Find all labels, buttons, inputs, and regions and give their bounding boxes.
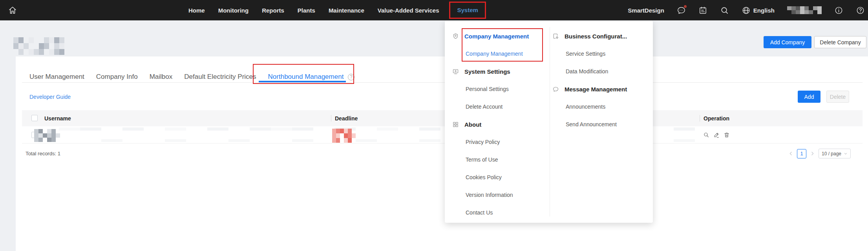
nav-value-added-services[interactable]: Value-Added Services [378,7,439,14]
menu-item-terms-of-use[interactable]: Terms of Use [466,155,498,164]
page-number[interactable]: 1 [797,149,806,158]
menu-label: About [464,121,481,128]
app-root: Home Monitoring Reports Plants Maintenan… [0,0,868,251]
tab-user-management[interactable]: User Management [29,73,84,81]
annotation-box-system-nav: System [449,2,486,19]
add-company-button[interactable]: Add Company [764,36,811,48]
nav-home[interactable]: Home [188,7,205,14]
table-header: Username Deadline Operation [22,110,863,126]
menu-item-company-management[interactable]: Company Management [466,49,523,58]
row-deadline-redacted [332,129,356,143]
next-page-icon[interactable] [810,151,815,156]
tab-mailbox[interactable]: Mailbox [150,73,173,81]
pagination: 1 10 / page [788,149,851,158]
menu-label: Personal Settings [466,86,509,92]
menu-item-send-announcement[interactable]: Send Announcement [566,120,617,129]
smartdesign-link[interactable]: SmartDesign [628,7,664,14]
menu-label: Send Announcement [566,121,617,127]
delete-button[interactable]: Delete [826,91,849,103]
monitor-icon [452,68,459,75]
nav-maintenance[interactable]: Maintenance [329,7,364,14]
menu-label: Business Configurat... [565,33,627,40]
nav-reports[interactable]: Reports [262,7,284,14]
column-header-deadline: Deadline [335,110,358,126]
chevron-down-icon [844,152,848,156]
nav-monitoring[interactable]: Monitoring [218,7,249,14]
total-records: Total records: 1 [26,151,60,156]
menu-label: Delete Account [466,104,503,110]
grid-icon [452,121,459,128]
page-title-redacted [13,37,64,55]
menu-item-delete-account[interactable]: Delete Account [466,102,503,111]
search-icon[interactable] [720,6,729,15]
column-divider [331,115,331,122]
menu-label: Announcements [566,104,605,110]
page-size-value: 10 / page [822,151,841,156]
username-redacted[interactable] [787,6,822,14]
menu-item-privacy-policy[interactable]: Privacy Policy [466,138,500,146]
home-icon[interactable] [8,5,17,15]
topbar-right: SmartDesign English [628,0,865,20]
menu-label: Data Modification [566,68,608,75]
content-card [16,56,868,251]
menu-label: Message Management [565,86,627,93]
menu-item-company-management-group[interactable]: Company Management [452,32,529,40]
view-icon[interactable] [703,132,709,138]
help-icon[interactable] [856,6,865,15]
menu-item-cookies-policy[interactable]: Cookies Policy [466,173,502,182]
delete-row-icon[interactable] [724,132,730,138]
row-operations [703,132,730,138]
tab-company-info[interactable]: Company Info [96,73,138,81]
menu-item-data-modification[interactable]: Data Modification [566,67,608,76]
system-dropdown-menu: Company Management Company Management Sy… [445,21,653,223]
topbar: Home Monitoring Reports Plants Maintenan… [0,0,868,20]
menu-item-announcements[interactable]: Announcements [566,102,605,111]
menu-item-version-information[interactable]: Version Information [466,191,513,199]
menu-column-divider [550,27,550,216]
menu-label: Company Management [466,51,523,57]
active-tab-underline [259,81,346,82]
delete-company-button[interactable]: Delete Company [814,36,866,48]
globe-icon [742,6,751,15]
message-icon [552,86,559,93]
menu-label: Company Management [464,33,529,40]
menu-item-personal-settings[interactable]: Personal Settings [466,85,509,93]
menu-label: Contact Us [466,209,493,216]
nav-plants[interactable]: Plants [298,7,315,14]
info-icon[interactable] [834,6,843,15]
menu-item-system-settings-group[interactable]: System Settings [452,67,510,76]
menu-label: Cookies Policy [466,174,502,180]
row-username-redacted [34,129,60,142]
menu-label: Terms of Use [466,156,498,163]
tab-default-electricity-prices[interactable]: Default Electricity Prices [184,73,256,81]
language-selector[interactable]: English [742,6,775,15]
tab-bar: User Management Company Info Mailbox Def… [29,73,344,81]
menu-label: Version Information [466,192,513,198]
add-button[interactable]: Add [798,91,820,103]
main-nav: Home Monitoring Reports Plants Maintenan… [188,0,483,20]
column-divider [700,115,700,122]
tab-help-icon[interactable]: ? [348,74,355,80]
tab-northbound-management[interactable]: Northbound Management [268,73,344,81]
menu-item-service-settings[interactable]: Service Settings [566,49,605,58]
tab-divider [22,82,863,83]
shield-icon [452,33,459,40]
menu-label: Privacy Policy [466,139,500,145]
select-all-checkbox[interactable] [31,115,38,121]
menu-item-business-configuration-group[interactable]: Business Configurat... [552,32,627,40]
page-size-select[interactable]: 10 / page [819,149,851,158]
column-header-username: Username [44,110,71,126]
edit-icon[interactable] [713,132,720,138]
nav-system[interactable]: System [457,7,478,13]
menu-item-contact-us[interactable]: Contact Us [466,208,493,217]
document-gear-icon [552,33,559,40]
menu-item-about-group[interactable]: About [452,120,481,129]
menu-label: System Settings [464,68,510,75]
menu-label: Service Settings [566,51,605,57]
menu-item-message-management-group[interactable]: Message Management [552,85,627,93]
calendar-icon[interactable] [698,6,707,15]
developer-guide-link[interactable]: Developer Guide [29,94,71,100]
prev-page-icon[interactable] [788,151,793,156]
messages-icon[interactable] [677,6,686,15]
notification-badge [684,5,687,8]
